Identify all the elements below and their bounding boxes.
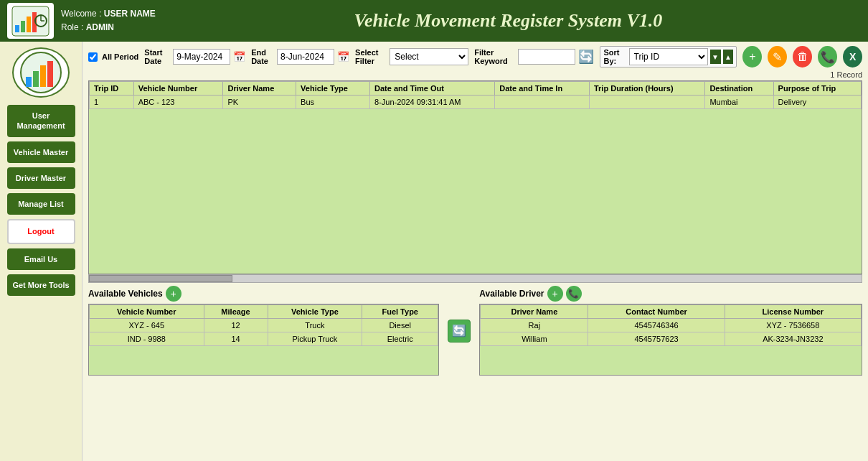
table-header-row: Trip ID Vehicle Number Driver Name Vehic… [90,82,862,96]
phone-button[interactable]: 📞 [818,46,837,67]
table-cell [495,96,590,109]
available-driver-label: Available Driver [479,289,544,299]
table-cell: 4545757623 [588,332,725,346]
edit-button[interactable]: ✎ [768,46,787,67]
table-row[interactable]: 1ABC - 123PKBus8-Jun-2024 09:31:41 AMMum… [90,96,862,109]
excel-button[interactable]: X [843,46,862,67]
sidebar-item-logout[interactable]: Logout [7,219,75,243]
all-period-group: All Period [88,52,138,62]
col-trip-duration: Trip Duration (Hours) [589,82,704,96]
sort-asc-button[interactable]: ▲ [723,50,734,64]
table-cell: 12 [204,319,268,332]
list-item[interactable]: IND - 998814Pickup TruckElectric [90,332,438,346]
svg-rect-2 [21,21,25,32]
start-date-calendar-icon[interactable]: 📅 [233,51,245,62]
middle-refresh-area: 🔄 [445,286,473,376]
table-cell: AK-3234-JN3232 [725,332,861,346]
table-cell: Mumbai [705,96,773,109]
main-layout: User Management Vehicle Master Driver Ma… [0,42,868,461]
middle-refresh-button[interactable]: 🔄 [448,320,471,343]
main-table-body: 1ABC - 123PKBus8-Jun-2024 09:31:41 AMMum… [90,96,862,109]
sidebar-logo [12,47,70,98]
table-cell: 14 [204,332,268,346]
driver-table-container: Driver Name Contact Number License Numbe… [479,304,862,376]
dcol-license-number: License Number [725,305,861,319]
vehicles-table-container: Vehicle Number Mileage Vehicle Type Fuel… [88,304,439,376]
sort-by-group: Sort By: Trip ID Vehicle Number ▼ ▲ [600,46,737,67]
content-area: All Period Start Date 📅 End Date 📅 Selec… [82,42,868,461]
driver-phone-button[interactable]: 📞 [566,286,582,302]
table-cell: William [481,332,588,346]
table-cell: Diesel [362,319,438,332]
vcol-vehicle-number: Vehicle Number [90,305,204,319]
filter-keyword-label: Filter Keyword [474,48,515,65]
sort-desc-button[interactable]: ▼ [710,50,721,64]
add-vehicle-button[interactable]: + [166,286,181,302]
available-vehicles-title: Available Vehicles + [88,286,439,302]
main-table: Trip ID Vehicle Number Driver Name Vehic… [89,81,862,109]
bottom-section: Available Vehicles + Vehicle Number Mile… [88,286,862,376]
driver-header-row: Driver Name Contact Number License Numbe… [481,305,862,319]
role: ADMIN [86,22,114,32]
vcol-fuel-type: Fuel Type [362,305,438,319]
table-cell: Raj [481,319,588,332]
end-date-input[interactable] [277,49,334,65]
filter-keyword-group: Filter Keyword 🔄 [474,48,594,65]
col-date-time-in: Date and Time In [495,82,590,96]
header: Welcome : USER NAME Role : ADMIN Vehicle… [0,0,868,42]
end-date-calendar-icon[interactable]: 📅 [337,51,349,62]
toolbar: All Period Start Date 📅 End Date 📅 Selec… [88,46,862,67]
end-date-label: End Date [251,48,274,65]
start-date-label: Start Date [144,48,170,65]
welcome-label: Welcome : [61,9,101,19]
add-button[interactable]: + [742,46,762,67]
add-driver-button[interactable]: + [547,286,563,302]
sidebar-item-vehicle-master[interactable]: Vehicle Master [7,141,75,163]
col-driver-name: Driver Name [223,82,296,96]
dcol-driver-name: Driver Name [481,305,588,319]
start-date-input[interactable] [173,49,230,65]
available-driver-title: Available Driver + 📞 [479,286,862,302]
app-title: Vehicle Movement Register System V1.0 [156,10,861,32]
sidebar-item-get-more-tools[interactable]: Get More Tools [7,274,75,296]
vehicles-table: Vehicle Number Mileage Vehicle Type Fuel… [89,304,438,346]
delete-button[interactable]: 🗑 [793,46,812,67]
sidebar-item-email-us[interactable]: Email Us [7,248,75,270]
select-filter-group: Select Filter Select Vehicle Number Driv… [355,48,468,65]
table-cell: Truck [268,319,362,332]
end-date-group: End Date 📅 [251,48,349,65]
table-cell: Delivery [773,96,861,109]
svg-rect-7 [26,77,32,87]
all-period-label: All Period [102,52,138,61]
sort-by-dropdown[interactable]: Trip ID Vehicle Number [629,48,708,65]
app-logo [7,3,54,39]
sidebar-item-manage-list[interactable]: Manage List [7,193,75,215]
main-table-container: Trip ID Vehicle Number Driver Name Vehic… [88,80,862,274]
select-filter-dropdown[interactable]: Select Vehicle Number Driver Name [390,48,468,65]
select-filter-label: Select Filter [355,48,387,65]
all-period-checkbox[interactable] [88,52,98,62]
scrollbar-thumb[interactable] [89,275,232,282]
vcol-vehicle-type: Vehicle Type [268,305,362,319]
list-item[interactable]: XYZ - 64512TruckDiesel [90,319,438,332]
filter-keyword-input[interactable] [518,49,575,65]
table-cell: XYZ - 7536658 [725,319,861,332]
vehicles-header-row: Vehicle Number Mileage Vehicle Type Fuel… [90,305,438,319]
table-cell: 4545746346 [588,319,725,332]
list-item[interactable]: Raj4545746346XYZ - 7536658 [481,319,862,332]
horizontal-scrollbar[interactable] [88,274,862,283]
table-cell: IND - 9988 [90,332,204,346]
sidebar-item-user-management[interactable]: User Management [7,105,75,137]
table-cell: XYZ - 645 [90,319,204,332]
col-purpose: Purpose of Trip [773,82,861,96]
svg-rect-9 [40,65,46,87]
vehicles-table-body: XYZ - 64512TruckDieselIND - 998814Pickup… [90,319,438,346]
filter-refresh-button[interactable]: 🔄 [578,49,594,65]
sidebar: User Management Vehicle Master Driver Ma… [0,42,82,461]
list-item[interactable]: William4545757623AK-3234-JN3232 [481,332,862,346]
role-label: Role : [61,22,83,32]
sidebar-item-driver-master[interactable]: Driver Master [7,167,75,189]
svg-rect-3 [27,17,31,32]
available-vehicles-label: Available Vehicles [88,289,163,299]
table-cell: 1 [90,96,134,109]
